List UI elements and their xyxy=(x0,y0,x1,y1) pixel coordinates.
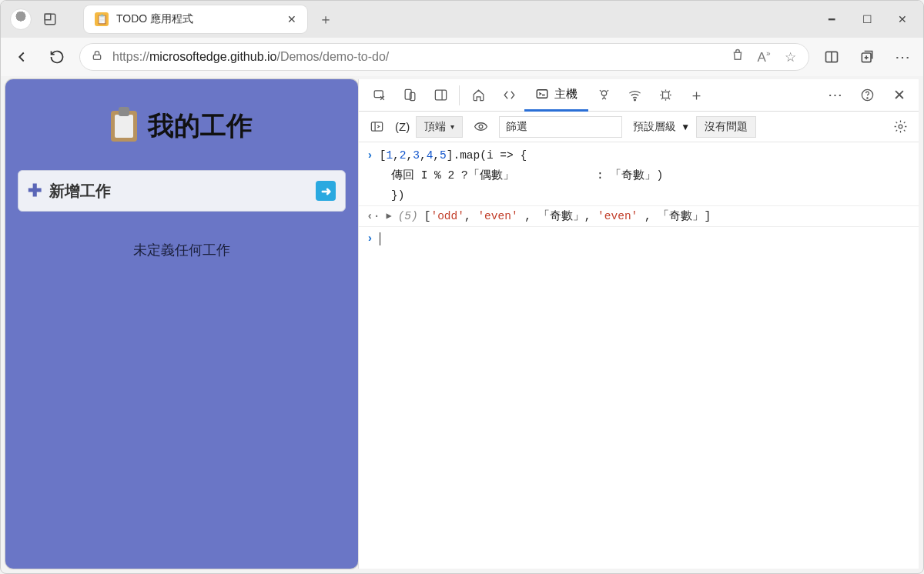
close-tab-icon[interactable]: ✕ xyxy=(287,13,296,25)
input-prompt-icon: › xyxy=(367,147,373,164)
device-emulation-icon[interactable] xyxy=(394,79,425,112)
new-tab-button[interactable]: ＋ xyxy=(315,8,336,30)
plus-icon: ✚ xyxy=(28,181,42,201)
elements-tab-icon[interactable] xyxy=(494,79,524,112)
network-tab-icon[interactable] xyxy=(619,79,650,112)
todo-page: 我的工作 ✚ 新增工作 ➜ 未定義任何工作 xyxy=(5,79,358,569)
performance-tab-icon[interactable] xyxy=(650,79,681,112)
input-prompt-icon: › xyxy=(367,230,373,247)
inspect-element-icon[interactable] xyxy=(363,79,394,112)
console-input-line: 傳回 I % 2 ?「偶數」 : 「奇數」) xyxy=(359,165,919,185)
console-settings-icon[interactable] xyxy=(889,111,912,143)
browser-tabstrip: 📋 TODO 應用程式 ✕ ＋ ━ ☐ ✕ xyxy=(1,1,923,38)
maximize-button[interactable]: ☐ xyxy=(849,1,885,38)
help-icon[interactable] xyxy=(852,79,882,112)
minimize-button[interactable]: ━ xyxy=(814,1,849,38)
console-prompt[interactable]: › xyxy=(359,227,919,250)
result-array: ['odd', 'even' , 「奇數」, 'even' , 「奇數」] xyxy=(424,208,711,225)
array-length: (5) xyxy=(398,208,418,225)
clipboard-icon xyxy=(111,111,137,142)
add-panel-icon[interactable]: ＋ xyxy=(681,79,711,112)
shopping-icon[interactable] xyxy=(728,48,747,66)
svg-point-12 xyxy=(601,91,606,95)
close-devtools-icon[interactable]: ✕ xyxy=(885,79,914,112)
text-caret xyxy=(380,232,380,245)
address-bar[interactable]: https://microsoftedge.github.io/Demos/de… xyxy=(79,43,809,71)
svg-rect-6 xyxy=(374,91,383,98)
submit-task-button[interactable]: ➜ xyxy=(316,181,336,201)
console-toolbar: (Z) 頂端 ▾ 篩選 預設層級 ▼ 沒有問題 xyxy=(359,112,919,142)
svg-rect-11 xyxy=(537,90,547,98)
url-text: https://microsoftedge.github.io/Demos/de… xyxy=(112,50,721,64)
address-bar-row: https://microsoftedge.github.io/Demos/de… xyxy=(1,38,923,76)
console-tab-label: 主機 xyxy=(554,87,578,102)
context-selector[interactable]: 頂端 ▾ xyxy=(416,116,463,138)
welcome-tab-icon[interactable] xyxy=(463,79,494,112)
svg-point-19 xyxy=(479,125,483,128)
collections-icon[interactable] xyxy=(854,44,880,70)
clipboard-favicon-icon: 📋 xyxy=(95,12,109,26)
tab-title: TODO 應用程式 xyxy=(116,12,280,26)
split-screen-icon[interactable] xyxy=(819,44,845,70)
more-menu-icon[interactable]: ⋯ xyxy=(889,44,916,70)
more-tools-icon[interactable]: ⋯ xyxy=(820,79,849,112)
add-task-label: 新增工作 xyxy=(49,181,111,202)
console-tab[interactable]: 主機 xyxy=(524,79,588,112)
window-controls: ━ ☐ ✕ xyxy=(814,1,920,38)
filter-input[interactable]: 篩選 xyxy=(499,116,622,138)
refresh-button[interactable] xyxy=(44,44,70,70)
profile-avatar[interactable] xyxy=(10,8,32,30)
close-window-button[interactable]: ✕ xyxy=(885,1,920,38)
site-lock-icon[interactable] xyxy=(89,49,105,65)
context-z-label: (Z) xyxy=(395,120,410,133)
page-title: 我的工作 xyxy=(111,108,253,144)
add-task-input[interactable]: ✚ 新增工作 ➜ xyxy=(18,170,346,212)
log-level-selector[interactable]: 預設層級 ▼ xyxy=(633,120,690,134)
dock-side-icon[interactable] xyxy=(425,79,456,112)
svg-rect-14 xyxy=(662,92,668,98)
console-input-line: › [1,2,3,4,5].map(i => { xyxy=(359,145,919,165)
live-expression-icon[interactable] xyxy=(469,111,493,143)
console-input-line: }) xyxy=(359,185,919,205)
devtools-tabbar: 主機 ＋ ⋯ ✕ xyxy=(359,79,919,112)
no-issues-badge[interactable]: 沒有問題 xyxy=(696,116,756,138)
console-output[interactable]: › [1,2,3,4,5].map(i => { 傳回 I % 2 ?「偶數」 … xyxy=(359,142,919,569)
browser-tab[interactable]: 📋 TODO 應用程式 ✕ xyxy=(84,5,307,33)
svg-rect-17 xyxy=(371,122,382,131)
sources-tab-icon[interactable] xyxy=(588,79,619,112)
no-tasks-message: 未定義任何工作 xyxy=(133,241,230,259)
output-prompt-icon: ‹· xyxy=(367,208,380,225)
read-aloud-icon[interactable]: A» xyxy=(755,49,773,65)
svg-rect-2 xyxy=(93,55,100,59)
favorite-star-icon[interactable]: ☆ xyxy=(781,49,799,65)
svg-rect-1 xyxy=(45,14,51,20)
console-result-line[interactable]: ‹· ▶ (5) ['odd', 'even' , 「奇數」, 'even' ,… xyxy=(359,205,919,227)
content-area: 我的工作 ✚ 新增工作 ➜ 未定義任何工作 xyxy=(5,79,919,569)
tab-actions-icon[interactable] xyxy=(39,8,61,30)
toggle-sidebar-icon[interactable] xyxy=(365,111,389,143)
devtools-panel: 主機 ＋ ⋯ ✕ (Z) xyxy=(358,79,919,569)
expand-triangle-icon[interactable]: ▶ xyxy=(386,208,391,225)
svg-point-16 xyxy=(866,98,867,98)
back-button[interactable] xyxy=(8,44,35,70)
svg-rect-9 xyxy=(435,90,446,100)
svg-point-20 xyxy=(899,125,902,128)
svg-point-13 xyxy=(634,99,635,101)
